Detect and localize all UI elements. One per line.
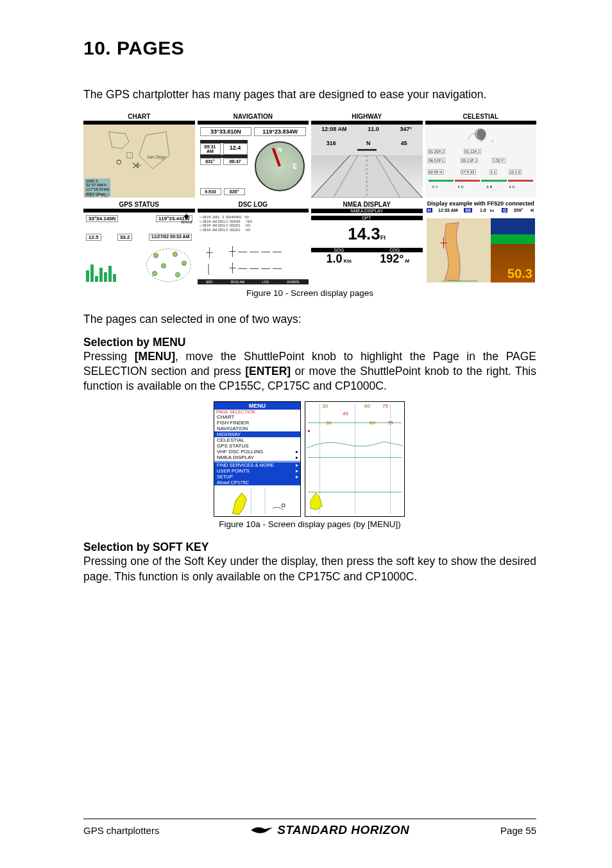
sel-menu-heading: Selection by MENU	[83, 336, 536, 349]
svg-point-0	[117, 160, 121, 164]
menu-item-highway: HIGHWAY	[214, 431, 300, 437]
page-footer: GPS chartplotters STANDARD HORIZON Page …	[83, 819, 536, 837]
menu-item-gps-status: GPS STATUS	[214, 443, 300, 449]
sonar-n1: 30	[322, 403, 328, 409]
nav-dst: 9.910	[200, 188, 221, 195]
thumb-chart: San Diego 1982 S 32°37.896N 117°05.974W …	[83, 121, 195, 198]
chart-bot-2: 112°	[101, 193, 110, 198]
menu-item-celestial: CELESTIAL	[214, 437, 300, 443]
cele-b4: 20:11P J	[461, 158, 479, 163]
svg-text:San Diego: San Diego	[147, 155, 166, 160]
cele-b7: 17:5:33	[461, 169, 476, 175]
cele-b5: 1:52 F	[492, 158, 506, 163]
nmea-hdr: DPT	[311, 216, 423, 220]
cele-b3: 06:51P L	[428, 158, 446, 163]
cell-ff: Display example with FF520 connected H 1…	[425, 200, 537, 286]
nmea-cogu: M	[405, 258, 409, 264]
cell-title-gps: GPS STATUS	[83, 200, 195, 209]
thumb-nav: 33°33.810N 119°23.834W 09:31 AM 12.4 031…	[198, 121, 309, 198]
ff-u1: SE	[464, 208, 472, 213]
thumb-gps: 33°34.143N 119°23.441W ✦ WAAS 12.5 33.2 …	[83, 209, 195, 286]
cele-b8: 1:1	[489, 169, 497, 175]
cele-c3: 6 B	[486, 185, 493, 189]
brand-logo: STANDARD HORIZON	[250, 823, 409, 837]
nav-ttg: 00:47	[223, 158, 248, 165]
brand-text: STANDARD HORIZON	[277, 823, 409, 837]
cell-title-cele: CELESTIAL	[425, 112, 537, 121]
cele-c4: 6 D	[509, 185, 516, 189]
sonar-n2: 60	[364, 403, 370, 409]
thumb-hwy: 12:08 AM 11.0 347° 316 N 45	[311, 121, 423, 198]
nav-cog: 020°	[224, 188, 245, 195]
cele-b9: 12:1:3	[509, 169, 522, 175]
footer-left: GPS chartplotters	[83, 825, 159, 836]
nav-time: 09:31 AM	[205, 144, 216, 153]
ff-brg: 359°	[513, 208, 524, 213]
figure-10a-caption: Figure 10a - Screen display pages (by [M…	[83, 519, 536, 529]
menu-item-nmea-display: NMEA DISPLAY	[214, 455, 300, 460]
sonar-n4: 45	[343, 411, 348, 417]
menu-foot-2: USER POINTS	[214, 468, 300, 474]
cell-nmea: NMEA DISPLAY NMEA DISPLAY DPT 14.3Ft SOG…	[311, 200, 423, 286]
ff-h: H	[529, 208, 535, 213]
after-grid-text: The pages can selected in one of two way…	[83, 312, 536, 327]
gps-bars	[86, 263, 116, 282]
chart-bot-1: 1001.9	[85, 193, 98, 198]
cell-nav: NAVIGATION 33°33.810N 119°23.834W 09:31 …	[198, 112, 309, 198]
nmea-coglbl: COG	[367, 248, 423, 252]
figure-10a: MENU PAGE SELECTION CHARTFISH FINDERNAVI…	[214, 401, 406, 517]
ff-cross-icon: ┼	[441, 238, 447, 248]
hwy-b: 11.0	[368, 126, 379, 132]
menu-panel: MENU PAGE SELECTION CHARTFISH FINDERNAVI…	[214, 401, 301, 517]
sonar-n3: 75	[382, 403, 388, 409]
nmea-sog: 1.0	[326, 252, 342, 265]
thumb-ff: H 12:03 AM SE 1.0 Kn G 359° H ┼ 50.3	[425, 207, 537, 284]
nav-lon: 119°23.834W	[254, 127, 306, 136]
page-heading: 10. PAGES	[83, 37, 536, 59]
nav-lat: 33°33.810N	[200, 127, 252, 136]
sel-menu-para: Pressing [MENU], move the ShuttlePoint k…	[83, 349, 536, 394]
nmea-depthu: Ft	[380, 234, 386, 241]
chart-info-1: 1982 S	[86, 179, 109, 184]
nmea-soglbl: SOG	[311, 248, 367, 252]
chart-info-2: 32°37.896N	[86, 183, 109, 187]
cele-b6: 02:05 H	[428, 169, 444, 175]
hwy-a: 12:08 AM	[321, 126, 346, 132]
footer-right: Page 55	[500, 825, 536, 836]
nav-brg: 031°	[200, 158, 221, 165]
menu-title: MENU	[214, 402, 300, 410]
nmea-depth: 14.3	[348, 224, 380, 243]
sel-soft-heading: Selection by SOFT KEY	[83, 541, 536, 554]
nmea-top: NMEA DISPLAY	[311, 209, 423, 213]
menu-section: PAGE SELECTION	[214, 410, 300, 414]
gps-v1: 12.5	[86, 234, 101, 241]
sonar-n7: 75	[387, 420, 393, 426]
intro-text: The GPS chartplotter has many pages that…	[83, 87, 536, 102]
cell-title-dsc: DSC LOG	[198, 200, 309, 209]
svg-point-10	[282, 504, 285, 507]
svg-rect-2	[127, 153, 132, 158]
hwy-e: N	[366, 140, 371, 146]
sonar-n5: 30	[326, 420, 332, 426]
cell-chart: CHART San Diego 1982 S	[83, 112, 195, 198]
gps-sky	[146, 248, 191, 282]
cele-b1: 01:25A J	[428, 149, 445, 154]
figure-10-caption: Figure 10 - Screen display pages	[83, 288, 536, 298]
sonar-panel: 30 60 75 45 30 60 75	[305, 401, 405, 517]
cell-hwy: HIGHWAY 12:08 AM 11.0 347° 316 N 45	[311, 112, 423, 198]
hwy-c: 347°	[400, 126, 412, 132]
menu-foot-4: About CP175C	[214, 480, 300, 485]
nav-spd: 12.4	[223, 143, 248, 155]
hwy-d: 316	[327, 140, 336, 146]
ff-time: 12:03 AM	[437, 208, 459, 213]
cell-title-chart: CHART	[83, 112, 195, 121]
ff-depth: 50.3	[507, 266, 532, 281]
ff-spdu: Kn	[489, 209, 496, 213]
thumb-nmea: NMEA DISPLAY DPT 14.3Ft SOG COG 1.0 Kts …	[311, 209, 423, 286]
cell-title-nmea: NMEA DISPLAY	[311, 200, 423, 209]
nmea-sogu: Kts	[343, 258, 352, 264]
sel-soft-para: Pressing one of the Soft Key under the d…	[83, 554, 536, 584]
chart-info-3: 117°05.974W	[86, 187, 109, 192]
waas-icon: ✦ WAAS	[181, 214, 192, 224]
compass-icon	[255, 141, 305, 191]
